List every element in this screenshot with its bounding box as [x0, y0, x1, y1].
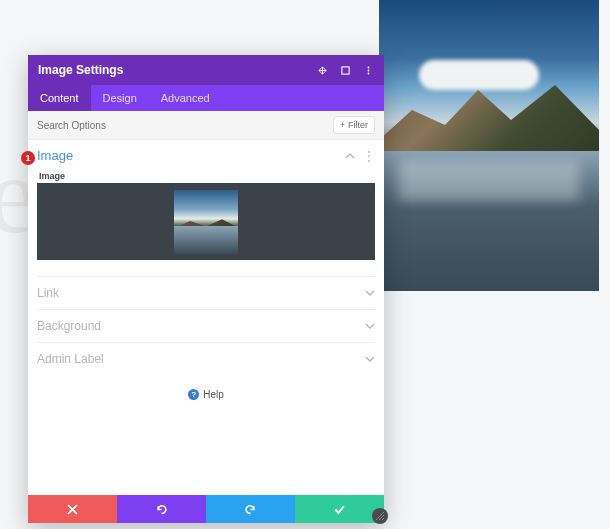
- svg-point-1: [368, 66, 370, 68]
- step-badge: 1: [21, 151, 35, 165]
- tab-content[interactable]: Content: [28, 85, 91, 111]
- kebab-icon[interactable]: [363, 65, 374, 76]
- svg-rect-0: [342, 66, 349, 73]
- search-row: + Filter: [28, 111, 384, 140]
- filter-button[interactable]: + Filter: [333, 116, 375, 134]
- filter-label: Filter: [348, 120, 368, 130]
- undo-button[interactable]: [117, 495, 206, 523]
- section-link-title: Link: [37, 286, 59, 300]
- modal-content-area: Image ⋮ Image Link Background: [28, 140, 384, 495]
- section-admin-label-title: Admin Label: [37, 352, 104, 366]
- modal-footer: [28, 495, 384, 523]
- modal-titlebar: Image Settings: [28, 55, 384, 85]
- section-background-header[interactable]: Background: [37, 310, 375, 342]
- image-upload-well[interactable]: [37, 183, 375, 260]
- undo-icon: [155, 503, 168, 516]
- section-image-title: Image: [37, 148, 73, 163]
- chevron-down-icon: [365, 288, 375, 298]
- chevron-down-icon: [365, 321, 375, 331]
- resize-handle[interactable]: [372, 508, 388, 524]
- redo-button[interactable]: [206, 495, 295, 523]
- image-thumbnail: [174, 190, 238, 254]
- check-icon: [333, 503, 346, 516]
- modal-tabs: Content Design Advanced: [28, 85, 384, 111]
- search-input[interactable]: [37, 120, 333, 131]
- plus-icon: +: [340, 120, 345, 130]
- help-label: Help: [203, 389, 224, 400]
- redo-icon: [244, 503, 257, 516]
- help-link[interactable]: ? Help: [37, 375, 375, 414]
- chevron-down-icon: [365, 354, 375, 364]
- svg-point-3: [368, 72, 370, 74]
- close-icon: [67, 504, 78, 515]
- section-link-header[interactable]: Link: [37, 277, 375, 309]
- titlebar-actions: [317, 65, 374, 76]
- section-kebab-icon[interactable]: ⋮: [363, 150, 375, 162]
- section-admin-label-header[interactable]: Admin Label: [37, 343, 375, 375]
- image-field-label: Image: [37, 169, 375, 183]
- save-button[interactable]: [295, 495, 384, 523]
- snap-icon[interactable]: [317, 65, 328, 76]
- modal-title: Image Settings: [38, 63, 123, 77]
- section-background-title: Background: [37, 319, 101, 333]
- svg-point-2: [368, 69, 370, 71]
- cancel-button[interactable]: [28, 495, 117, 523]
- page-hero-image: [379, 0, 599, 291]
- tab-advanced[interactable]: Advanced: [149, 85, 222, 111]
- section-image-header[interactable]: Image ⋮: [37, 140, 375, 169]
- help-icon: ?: [188, 389, 199, 400]
- chevron-up-icon: [345, 151, 355, 161]
- tab-design[interactable]: Design: [91, 85, 149, 111]
- expand-icon[interactable]: [340, 65, 351, 76]
- image-settings-modal: Image Settings Content Design Advanced +…: [28, 55, 384, 523]
